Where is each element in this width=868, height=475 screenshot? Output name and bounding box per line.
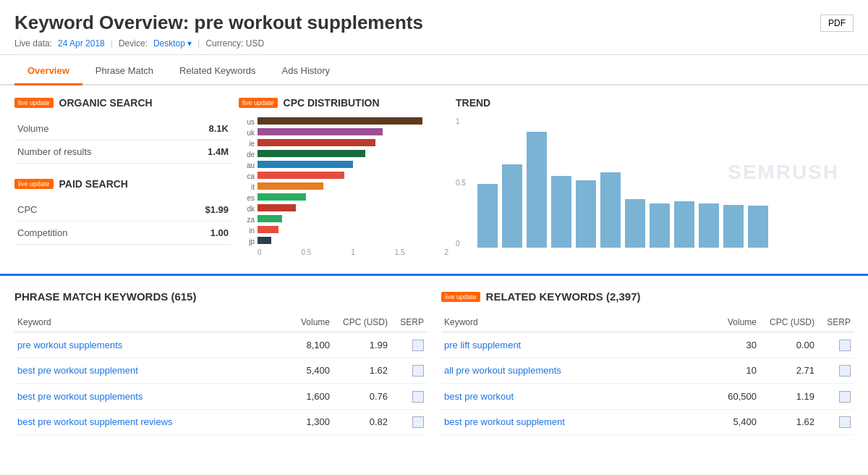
table-row: best pre workout supplement 5,400 1.62 xyxy=(14,358,427,384)
pdf-button[interactable]: PDF xyxy=(820,14,854,32)
volume-cell: 10 xyxy=(702,358,760,384)
cpc-bar-wrap xyxy=(258,237,448,245)
volume-cell: 30 xyxy=(702,332,760,358)
cpc-bar xyxy=(258,204,296,211)
cpc-bar-row: es xyxy=(239,193,448,202)
trend-title: TREND xyxy=(456,97,854,109)
cpc-bar-wrap xyxy=(258,172,448,180)
trend-bar xyxy=(551,176,571,248)
tab-related-keywords[interactable]: Related Keywords xyxy=(166,58,269,85)
col-header-serp: SERP xyxy=(391,313,427,332)
serp-cell xyxy=(817,358,854,384)
cpc-bar-label: ca xyxy=(239,172,255,180)
volume-cell: 1,300 xyxy=(275,409,333,435)
keyword-link[interactable]: best pre workout supplement reviews xyxy=(17,416,173,427)
device-select[interactable]: Desktop ▾ xyxy=(153,38,192,49)
serp-icon[interactable] xyxy=(412,340,424,351)
cpc-bar-label: jp xyxy=(239,238,255,245)
semrush-watermark: SEMRUSH xyxy=(728,161,839,184)
keyword-link[interactable]: best pre workout supplement xyxy=(17,365,138,376)
cpc-bar-label: au xyxy=(239,161,255,169)
col-header-keyword-rel: Keyword xyxy=(441,313,702,332)
cpc-bar-row: in xyxy=(239,226,448,235)
serp-icon[interactable] xyxy=(839,340,851,351)
cpc-bar-row: ie xyxy=(239,139,448,148)
cpc-bar-row: au xyxy=(239,161,448,169)
bottom-content-area: PHRASE MATCH KEYWORDS (615) Keyword Volu… xyxy=(0,276,868,450)
volume-cell: 5,400 xyxy=(702,409,760,435)
cpc-bar-label: de xyxy=(239,151,255,159)
cpc-bar-wrap xyxy=(258,182,448,191)
cpc-bar-wrap xyxy=(258,193,448,202)
organic-search-title: live update ORGANIC SEARCH xyxy=(14,97,231,109)
cpc-bar xyxy=(258,172,344,179)
col-header-volume-rel: Volume xyxy=(702,313,760,332)
cpc-bar-label: za xyxy=(239,216,255,224)
trend-bar xyxy=(477,184,498,248)
serp-icon[interactable] xyxy=(412,391,424,403)
device-label: Device: xyxy=(119,38,148,49)
cpc-cell: 1.19 xyxy=(760,384,817,410)
cpc-bar-row: uk xyxy=(239,128,448,137)
serp-icon[interactable] xyxy=(412,365,424,377)
tab-ads-history[interactable]: Ads History xyxy=(269,58,343,85)
cpc-bar-wrap xyxy=(258,150,448,159)
trend-bar xyxy=(576,180,596,248)
live-badge-organic: live update xyxy=(14,98,54,108)
trend-bar xyxy=(650,203,670,248)
trend-bar xyxy=(600,172,621,248)
top-content-area: live update ORGANIC SEARCH Volume 8.1K N… xyxy=(0,85,868,276)
live-data-label: Live data: xyxy=(14,38,52,49)
stat-row-cpc: CPC $1.99 xyxy=(14,198,231,222)
serp-icon[interactable] xyxy=(839,416,851,428)
cpc-bar-wrap xyxy=(258,204,448,213)
keyword-link[interactable]: best pre workout supplements xyxy=(17,391,142,402)
col-header-volume: Volume xyxy=(275,313,333,332)
cpc-bar-row: us xyxy=(239,117,448,126)
keyword-link[interactable]: pre workout supplements xyxy=(17,340,122,350)
live-badge-cpc: live update xyxy=(239,98,278,108)
cpc-cell: 0.76 xyxy=(333,384,391,410)
table-row: best pre workout supplement 5,400 1.62 xyxy=(441,409,854,435)
cpc-bar-chart: us uk ie de au ca xyxy=(239,117,448,245)
cpc-bar xyxy=(258,161,353,168)
cpc-bar-row: jp xyxy=(239,237,448,245)
col-header-cpc-rel: CPC (USD) xyxy=(760,313,817,332)
trend-chart: 1 0.5 0 SEMRUSH xyxy=(456,117,854,262)
kw-cell: all pre workout supplements xyxy=(441,358,702,384)
live-date-link[interactable]: 24 Apr 2018 xyxy=(58,38,105,49)
serp-icon[interactable] xyxy=(839,391,851,403)
cpc-bar-label: us xyxy=(239,118,255,126)
cpc-bar-label: es xyxy=(239,194,255,202)
serp-icon[interactable] xyxy=(412,416,424,428)
cpc-bar-wrap xyxy=(258,117,448,126)
volume-cell: 1,600 xyxy=(275,384,333,410)
cpc-bar-wrap xyxy=(258,128,448,137)
serp-cell xyxy=(391,384,427,410)
col-header-cpc: CPC (USD) xyxy=(333,313,391,332)
keyword-link[interactable]: best pre workout xyxy=(444,391,514,402)
stat-row-volume: Volume 8.1K xyxy=(14,117,231,140)
serp-icon[interactable] xyxy=(839,365,851,377)
serp-cell xyxy=(391,409,427,435)
live-badge-related: live update xyxy=(441,292,480,302)
cpc-cell: 0.82 xyxy=(333,409,391,435)
trend-bar xyxy=(748,206,768,248)
table-row: best pre workout 60,500 1.19 xyxy=(441,384,854,410)
keyword-link[interactable]: best pre workout supplement xyxy=(444,416,565,427)
cpc-bar-label: dk xyxy=(239,205,255,213)
tab-phrase-match[interactable]: Phrase Match xyxy=(82,58,166,85)
cpc-bar xyxy=(258,226,278,233)
tab-overview[interactable]: Overview xyxy=(14,58,82,85)
cpc-bar-label: uk xyxy=(239,129,255,137)
phrase-match-table: Keyword Volume CPC (USD) SERP pre workou… xyxy=(14,313,427,435)
cpc-bar xyxy=(258,139,375,146)
keyword-link[interactable]: pre lift supplement xyxy=(444,340,521,350)
kw-cell: pre workout supplements xyxy=(14,332,275,358)
keyword-link[interactable]: all pre workout supplements xyxy=(444,365,561,376)
cpc-bar-label: it xyxy=(239,183,255,191)
table-row: all pre workout supplements 10 2.71 xyxy=(441,358,854,384)
phrase-match-section: PHRASE MATCH KEYWORDS (615) Keyword Volu… xyxy=(14,290,427,435)
cpc-bar-label: ie xyxy=(239,140,255,148)
kw-cell: best pre workout xyxy=(441,384,702,410)
